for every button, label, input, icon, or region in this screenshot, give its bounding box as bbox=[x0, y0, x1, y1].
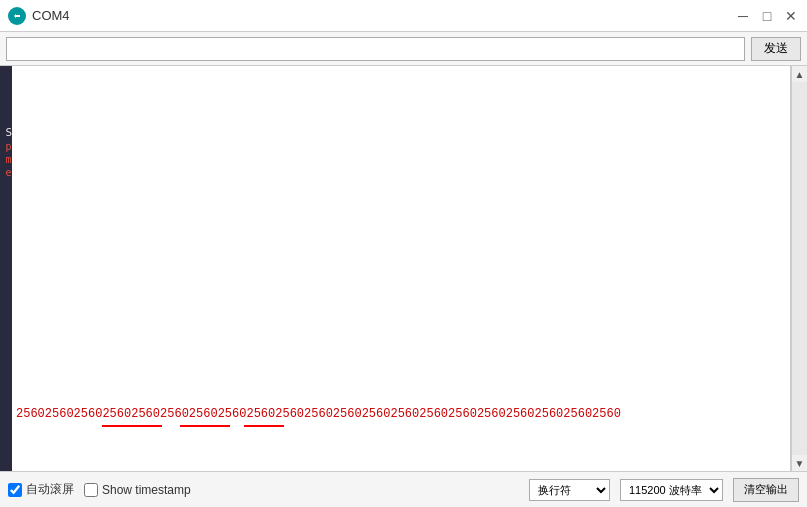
autoscroll-label[interactable]: 自动滚屏 bbox=[26, 481, 74, 498]
app-icon bbox=[8, 7, 26, 25]
send-button[interactable]: 发送 bbox=[751, 37, 801, 61]
scroll-up-arrow[interactable]: ▲ bbox=[792, 66, 808, 82]
baud-rate-select[interactable]: 115200 波特率 300 1200 2400 4800 9600 19200… bbox=[620, 479, 723, 501]
autoscroll-group: 自动滚屏 bbox=[8, 481, 74, 498]
main-area: S p m e 25602560256025602560256025602560… bbox=[0, 66, 807, 471]
serial-data-line: 2560256025602560256025602560256025602560… bbox=[12, 407, 790, 421]
left-sidebar: S p m e bbox=[0, 66, 12, 471]
scroll-down-arrow[interactable]: ▼ bbox=[792, 455, 808, 471]
scroll-track-v[interactable] bbox=[792, 82, 807, 455]
underline-1 bbox=[102, 424, 162, 427]
maximize-button[interactable]: □ bbox=[759, 8, 775, 24]
baud-rate-group: 115200 波特率 300 1200 2400 4800 9600 19200… bbox=[620, 479, 723, 501]
timestamp-group: Show timestamp bbox=[84, 483, 191, 497]
serial-content: 2560256025602560256025602560256025602560… bbox=[12, 66, 790, 471]
bottom-bar: 自动滚屏 Show timestamp 换行符 无行结尾 换行 回车 换行+回车… bbox=[0, 471, 807, 507]
window-title: COM4 bbox=[32, 8, 735, 23]
underline-3 bbox=[244, 424, 284, 427]
minimize-button[interactable]: ─ bbox=[735, 8, 751, 24]
window-controls: ─ □ ✕ bbox=[735, 8, 799, 24]
underline-2 bbox=[180, 424, 230, 427]
timestamp-label[interactable]: Show timestamp bbox=[102, 483, 191, 497]
title-bar: COM4 ─ □ ✕ bbox=[0, 0, 807, 32]
line-ending-select[interactable]: 换行符 无行结尾 换行 回车 换行+回车 bbox=[529, 479, 610, 501]
vertical-scrollbar[interactable]: ▲ ▼ bbox=[791, 66, 807, 471]
line-ending-group: 换行符 无行结尾 换行 回车 换行+回车 bbox=[529, 479, 610, 501]
input-bar: 发送 bbox=[0, 32, 807, 66]
serial-input[interactable] bbox=[6, 37, 745, 61]
serial-output[interactable]: 2560256025602560256025602560256025602560… bbox=[12, 66, 791, 471]
clear-output-button[interactable]: 清空输出 bbox=[733, 478, 799, 502]
timestamp-checkbox[interactable] bbox=[84, 483, 98, 497]
close-button[interactable]: ✕ bbox=[783, 8, 799, 24]
autoscroll-checkbox[interactable] bbox=[8, 483, 22, 497]
